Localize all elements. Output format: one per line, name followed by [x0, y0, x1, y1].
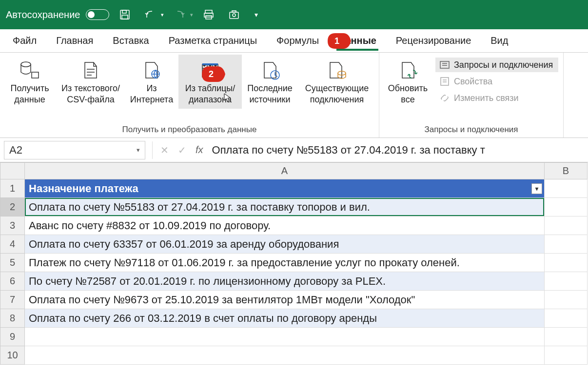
column-header-B[interactable]: B [545, 163, 588, 179]
save-icon [119, 9, 131, 20]
cell[interactable] [25, 346, 545, 365]
cell[interactable] [545, 217, 588, 235]
database-icon [19, 59, 40, 81]
properties-button[interactable]: Свойства [435, 74, 558, 89]
redo-button[interactable] [170, 5, 189, 24]
insert-function-button[interactable]: fx [196, 144, 203, 156]
autosave-toggle[interactable] [86, 9, 109, 20]
svg-rect-16 [441, 78, 449, 85]
cell[interactable] [545, 272, 588, 291]
tab-file[interactable]: Файл [5, 31, 44, 50]
cell[interactable]: Оплата по счету 63357 от 06.01.2019 за а… [25, 235, 545, 254]
cell[interactable] [545, 179, 588, 198]
tab-formulas[interactable]: Формулы [269, 31, 327, 50]
tab-view[interactable]: Вид [483, 31, 516, 50]
cell[interactable]: Оплата по счету №9673 от 25.10.2019 за в… [25, 291, 545, 309]
from-csv-button[interactable]: Из текстового/ CSV-файла [57, 55, 125, 109]
from-table-range-button[interactable]: 2 Из таблицы/ диапазона [178, 55, 242, 109]
existing-connections-button[interactable]: Существующие подключения [298, 55, 376, 109]
refresh-all-button[interactable]: Обновить все [382, 55, 433, 109]
existing-conn-icon [326, 59, 348, 81]
row-header[interactable]: 5 [0, 254, 25, 272]
cancel-formula-button[interactable]: ✕ [156, 141, 173, 159]
cell[interactable]: Оплата по счету 266 от 03.12.2019 в счет… [25, 309, 545, 328]
cell[interactable] [545, 254, 588, 272]
undo-button[interactable] [140, 5, 160, 24]
svg-point-9 [21, 62, 31, 67]
cell[interactable]: Аванс по счету #8832 от 10.09.2019 по до… [25, 217, 545, 235]
table-header-cell[interactable]: Назначение платежа [25, 179, 545, 198]
row-header[interactable]: 1 [0, 179, 25, 198]
queries-icon [439, 59, 450, 70]
row-header[interactable]: 6 [0, 272, 25, 291]
svg-rect-6 [230, 12, 238, 19]
row-header[interactable]: 9 [0, 328, 25, 346]
cell[interactable]: Платеж по счету №97118 от 01.06.2019 г. … [25, 254, 545, 272]
undo-dropdown[interactable]: ▾ [161, 12, 164, 18]
spreadsheet-grid[interactable]: A B 1 Назначение платежа 2 Оплата по сче… [0, 162, 588, 365]
from-web-button[interactable]: Из Интернета [125, 55, 178, 109]
links-icon [439, 93, 450, 103]
select-all-corner[interactable] [0, 163, 25, 179]
svg-rect-15 [440, 61, 449, 68]
get-data-button[interactable]: Получить данные [3, 55, 57, 109]
svg-rect-1 [122, 10, 126, 13]
properties-icon [439, 76, 450, 87]
customize-qat-dropdown[interactable]: ▾ [255, 11, 258, 19]
cell[interactable] [545, 309, 588, 328]
svg-rect-8 [232, 11, 236, 12]
edit-links-button[interactable]: Изменить связи [435, 91, 558, 105]
camera-icon [228, 9, 240, 20]
recent-sources-button[interactable]: Последние источники [242, 55, 298, 109]
print-button[interactable] [199, 5, 218, 24]
cell[interactable] [545, 198, 588, 217]
formula-bar: A2 ▾ ✕ ✓ fx [0, 138, 588, 162]
column-header-A[interactable]: A [25, 163, 545, 179]
title-bar: Автосохранение ▾ ▾ ▾ [0, 0, 588, 29]
refresh-icon [397, 59, 419, 81]
accept-formula-button[interactable]: ✓ [173, 141, 191, 159]
tab-data[interactable]: 1 Данные [331, 31, 384, 50]
undo-icon [144, 9, 156, 20]
cell[interactable]: По счету №72587 от 20.01.2019 г. по лице… [25, 272, 545, 291]
svg-rect-3 [205, 10, 212, 13]
formula-input[interactable] [208, 144, 588, 157]
row-header[interactable]: 10 [0, 346, 25, 365]
row-header[interactable]: 2 [0, 198, 25, 217]
print-icon [203, 9, 215, 20]
cell[interactable] [545, 291, 588, 309]
tab-home[interactable]: Главная [48, 31, 101, 50]
cell-A2[interactable]: Оплата по счету №55183 от 27.04.2019 г. … [25, 198, 545, 217]
row-header[interactable]: 7 [0, 291, 25, 309]
cell[interactable] [545, 235, 588, 254]
text-file-icon [80, 59, 101, 81]
save-button[interactable] [115, 5, 135, 24]
name-box[interactable]: A2 ▾ [4, 141, 145, 159]
annotation-badge-1: 1 [328, 33, 351, 49]
cell[interactable] [545, 328, 588, 346]
svg-point-7 [233, 14, 235, 17]
svg-rect-10 [32, 72, 39, 78]
tab-review[interactable]: Рецензирование [388, 31, 479, 50]
cell[interactable] [25, 328, 545, 346]
redo-dropdown[interactable]: ▾ [190, 12, 193, 18]
ribbon-group-label-1: Получить и преобразовать данные [3, 123, 376, 137]
ribbon-group-queries: Обновить все Запросы и подключения Свойс… [379, 53, 564, 138]
row-header[interactable]: 8 [0, 309, 25, 328]
cell[interactable] [545, 346, 588, 365]
tab-page-layout[interactable]: Разметка страницы [161, 31, 265, 50]
filter-dropdown-button[interactable] [531, 183, 542, 194]
queries-connections-button[interactable]: Запросы и подключения [435, 58, 558, 72]
web-file-icon [141, 59, 162, 81]
name-box-dropdown-icon[interactable]: ▾ [137, 146, 140, 154]
ribbon: Получить данные Из текстового/ CSV-файла… [0, 53, 588, 138]
tab-insert[interactable]: Вставка [105, 31, 157, 50]
recent-file-icon [259, 59, 281, 81]
camera-button[interactable] [224, 5, 244, 24]
row-header[interactable]: 4 [0, 235, 25, 254]
ribbon-group-label-2: Запросы и подключения [382, 123, 560, 137]
row-header[interactable]: 3 [0, 217, 25, 235]
annotation-badge-2: 2 [202, 66, 225, 82]
ribbon-group-get-transform: Получить данные Из текстового/ CSV-файла… [0, 53, 379, 138]
ribbon-tabs: Файл Главная Вставка Разметка страницы Ф… [0, 29, 588, 53]
